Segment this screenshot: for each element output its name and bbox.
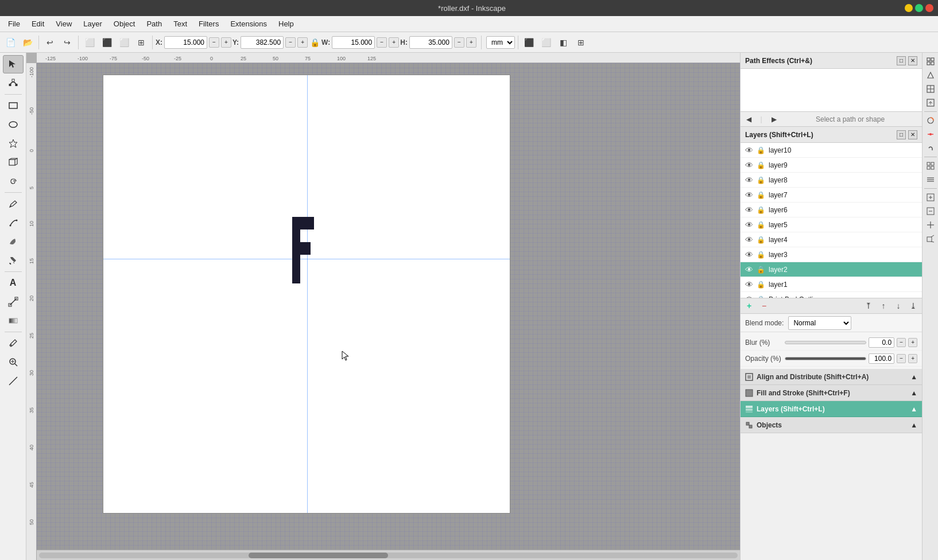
objects-section-header[interactable]: Objects ▲ [741,417,922,433]
remove-layer-btn[interactable]: − [758,300,770,312]
undo-button[interactable]: ↩ [42,34,58,50]
close-button[interactable] [925,4,933,12]
menu-path[interactable]: Path [141,17,168,30]
scrollbar-track[interactable] [39,553,738,558]
x-plus-btn[interactable]: + [221,37,231,48]
x-minus-btn[interactable]: − [209,37,219,48]
align-center-button[interactable]: ⬛ [99,34,115,50]
opacity-slider[interactable] [785,357,866,360]
align-left-button[interactable]: ⬜ [82,34,98,50]
position-icon-btn[interactable] [924,83,937,95]
selector-tool-btn[interactable] [3,55,24,73]
zoom-out-btn[interactable] [924,205,937,217]
opacity-value[interactable] [869,353,894,364]
rect-tool-btn[interactable] [3,96,24,115]
lock-aspect-button[interactable]: 🔒 [309,36,320,49]
blur-minus-btn[interactable]: − [897,338,906,347]
shape-object[interactable] [292,217,317,283]
transform-icon-btn[interactable] [924,69,937,81]
layer-item-layer10[interactable]: 👁 🔒 layer10 [741,143,922,158]
w-input[interactable] [332,36,375,49]
path-effects-restore-btn[interactable]: □ [897,56,906,65]
layer-item-layer7[interactable]: 👁 🔒 layer7 [741,188,922,203]
arrow-icon-btn[interactable] [924,142,937,154]
layer-item-layer8[interactable]: 👁 🔒 layer8 [741,173,922,188]
transform-btn-1[interactable]: ⬛ [521,34,537,50]
add-layer-btn[interactable]: + [743,300,755,312]
blur-value[interactable] [869,337,894,348]
menu-layer[interactable]: Layer [77,17,108,30]
layer-item-layer2[interactable]: 👁 🔒 layer2 [741,262,922,277]
layers-section-header[interactable]: Layers (Shift+Ctrl+L) ▲ [741,401,922,417]
spiral-tool-btn[interactable] [3,172,24,190]
layer-move-down-btn[interactable]: ↓ [892,300,905,312]
y-plus-btn[interactable]: + [297,37,308,48]
w-plus-btn[interactable]: + [389,37,399,48]
y-input[interactable] [241,36,284,49]
canvas-content[interactable] [37,63,740,550]
node-tool-btn[interactable] [3,74,24,92]
transform-btn-2[interactable]: ⬜ [538,34,555,50]
eyedropper-tool-btn[interactable] [3,334,24,352]
h-plus-btn[interactable]: + [466,37,476,48]
pe-nav-next[interactable]: ▶ [768,114,780,125]
lines-icon-btn[interactable] [924,173,937,186]
ellipse-tool-btn[interactable] [3,115,24,134]
x-input[interactable] [164,36,207,49]
horizontal-scrollbar[interactable] [37,550,740,560]
y-minus-btn[interactable]: − [285,37,296,48]
connector-tool-btn[interactable] [3,293,24,311]
layer-item-layer4[interactable]: 👁 🔒 layer4 [741,232,922,247]
calligraphy-tool-btn[interactable] [3,232,24,251]
align-section-header[interactable]: Align and Distribute (Shift+Ctrl+A) ▲ [741,369,922,385]
w-minus-btn[interactable]: − [377,37,387,48]
snap-icon-btn[interactable] [924,55,937,68]
new-button[interactable]: 📄 [2,34,18,50]
redo-button[interactable]: ↪ [59,34,75,50]
blur-plus-btn[interactable]: + [908,338,917,347]
transform-btn-4[interactable]: ⊞ [573,34,589,50]
canvas-area[interactable]: -125 -100 -75 -50 -25 0 25 50 75 100 125… [26,53,740,560]
3dbox-tool-btn[interactable] [3,153,24,172]
open-button[interactable]: 📂 [20,34,36,50]
menu-object[interactable]: Object [108,17,141,30]
maximize-button[interactable] [915,4,923,12]
paint-bucket-tool-btn[interactable] [3,251,24,270]
layer-move-up-btn[interactable]: ↑ [877,300,890,312]
fill-section-header[interactable]: Fill and Stroke (Shift+Ctrl+F) ▲ [741,385,922,401]
transform-btn-3[interactable]: ◧ [556,34,572,50]
h-minus-btn[interactable]: − [454,37,464,48]
menu-view[interactable]: View [50,17,77,30]
minimize-button[interactable] [905,4,913,12]
pen-tool-btn[interactable] [3,213,24,232]
layers-close-btn[interactable]: ✕ [908,130,917,139]
distribute-button[interactable]: ⊞ [133,34,149,50]
layer-move-top-btn[interactable]: ⤒ [862,300,875,312]
zoom-plus-btn[interactable] [924,219,937,231]
gradient-tool-btn[interactable] [3,312,24,330]
menu-extensions[interactable]: Extensions [224,17,273,30]
layer-item-layer1[interactable]: 👁 🔒 layer1 [741,277,922,292]
opacity-minus-btn[interactable]: − [897,354,906,363]
export-icon-btn[interactable] [924,96,937,109]
menu-filters[interactable]: Filters [193,17,224,30]
menu-text[interactable]: Text [168,17,193,30]
selection-zoom-btn[interactable] [924,232,937,245]
layer-item-layer5[interactable]: 👁 🔒 layer5 [741,217,922,232]
layers-restore-btn[interactable]: □ [897,130,906,139]
menu-help[interactable]: Help [273,17,300,30]
pe-nav-prev[interactable]: ◀ [743,114,754,125]
blend-mode-select[interactable]: Normal Multiply Screen Overlay Darken Li… [788,316,851,330]
layer-item-layer6[interactable]: 👁 🔒 layer6 [741,203,922,217]
unit-select[interactable]: mmpxcmin [486,36,515,49]
scrollbar-thumb[interactable] [249,553,388,558]
star-tool-btn[interactable] [3,134,24,153]
layer-item-layer3[interactable]: 👁 🔒 layer3 [741,247,922,262]
path-effects-close-btn[interactable]: ✕ [908,56,917,65]
pencil-tool-btn[interactable] [3,195,24,213]
snap2-icon-btn[interactable] [924,128,937,141]
menu-edit[interactable]: Edit [26,17,50,30]
measure-tool-btn[interactable] [3,372,24,390]
layer-move-bottom-btn[interactable]: ⤓ [907,300,920,312]
layer-item-print-bed[interactable]: 👁 🔒 Print Bed Outline [741,292,922,298]
